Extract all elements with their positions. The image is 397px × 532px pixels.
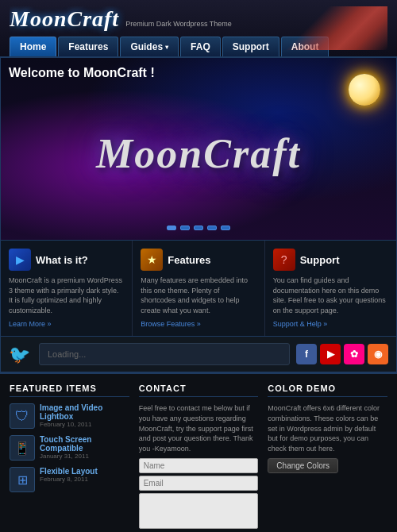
- facebook-icon[interactable]: f: [296, 344, 317, 364]
- contact-email-input[interactable]: [139, 476, 259, 491]
- contact-name-input[interactable]: [139, 458, 259, 473]
- rss-icon[interactable]: ◉: [368, 344, 388, 364]
- feature-text-support: You can find guides and documentation he…: [273, 276, 388, 315]
- feature-box-whatisit: ▶ What is it? MoonCraft is a premium Wor…: [1, 241, 133, 336]
- bottom-section: Featured Items 🛡 Image and Video Lightbo…: [0, 372, 397, 532]
- slide-dot-5[interactable]: [221, 226, 230, 230]
- phone-icon: 📱: [14, 441, 30, 456]
- color-demo-text: MoonCraft offers 6x6 different color com…: [268, 403, 387, 453]
- feature-link-features[interactable]: Browse Features »: [141, 320, 201, 328]
- twitter-icon: 🐦: [9, 345, 33, 364]
- featured-item-2: ⊞ Flexible Layout February 8, 2011: [10, 467, 129, 492]
- logo-accent: [260, 6, 387, 50]
- shield-icon: 🛡: [15, 408, 29, 425]
- youtube-icon[interactable]: ▶: [320, 344, 341, 364]
- dropdown-arrow-icon: ▾: [165, 44, 168, 51]
- feature-box-support: ? Support You can find guides and docume…: [265, 241, 396, 336]
- nav-home[interactable]: Home: [10, 37, 56, 56]
- nav-faq[interactable]: FAQ: [180, 37, 221, 56]
- contact-title: Contact: [139, 384, 259, 397]
- featured-title-1[interactable]: Touch Screen Compatible: [40, 435, 129, 453]
- slide-dot-4[interactable]: [207, 226, 217, 230]
- nav-features[interactable]: Features: [58, 37, 118, 56]
- feature-title-support: Support: [300, 254, 340, 266]
- feature-boxes: ▶ What is it? MoonCraft is a premium Wor…: [0, 241, 397, 337]
- featured-title-2[interactable]: Flexible Layout: [40, 467, 98, 476]
- twitter-bar: 🐦 Loading... f ▶ ✿ ◉: [0, 337, 397, 372]
- nav-guides[interactable]: Guides ▾: [120, 37, 179, 56]
- featured-item-1: 📱 Touch Screen Compatible January 31, 20…: [10, 435, 129, 461]
- featured-item-0: 🛡 Image and Video Lightbox February 10, …: [10, 403, 129, 429]
- featured-thumb-2: ⊞: [10, 467, 35, 492]
- featured-date-0: February 10, 2011: [40, 421, 129, 428]
- color-demo-col: Color Demo MoonCraft offers 6x6 differen…: [268, 384, 387, 532]
- featured-items-title: Featured Items: [10, 384, 129, 397]
- feature-icon-whatisit: ▶: [9, 249, 31, 271]
- change-colors-button[interactable]: Change Colors: [268, 458, 338, 473]
- feature-text-whatisit: MoonCraft is a premium WordPress 3 theme…: [9, 276, 124, 315]
- feature-icon-support: ?: [273, 249, 295, 271]
- header: MoonCraft Premium Dark Wordpress Theme H…: [0, 0, 397, 58]
- color-demo-title: Color Demo: [268, 384, 387, 397]
- feature-title-features: Features: [168, 254, 210, 266]
- feature-box-features: ★ Features Many features are embedded in…: [133, 241, 264, 336]
- contact-col: Contact Feel free to contact me below bu…: [139, 384, 259, 532]
- social-icons: f ▶ ✿ ◉: [296, 344, 388, 364]
- slide-dot-2[interactable]: [180, 226, 190, 230]
- hero-title: Welcome to MoonCraft !: [9, 66, 388, 80]
- featured-date-1: January 31, 2011: [40, 453, 129, 460]
- hero-section: Welcome to MoonCraft ! MoonCraft: [0, 58, 397, 241]
- contact-message-textarea[interactable]: [139, 493, 259, 529]
- featured-title-0[interactable]: Image and Video Lightbox: [40, 403, 129, 421]
- twitter-feed: Loading...: [39, 343, 290, 365]
- feature-text-features: Many features are embedded into this one…: [141, 276, 256, 315]
- feature-title-whatisit: What is it?: [36, 254, 88, 266]
- featured-items-col: Featured Items 🛡 Image and Video Lightbo…: [10, 384, 129, 532]
- featured-thumb-0: 🛡: [10, 403, 35, 429]
- feature-link-whatisit[interactable]: Learn More »: [9, 320, 52, 328]
- flickr-icon[interactable]: ✿: [344, 344, 364, 364]
- featured-thumb-1: 📱: [10, 435, 35, 461]
- hero-logo-text: MoonCraft: [96, 130, 301, 177]
- layout-icon: ⊞: [17, 472, 28, 488]
- featured-date-2: February 8, 2011: [40, 476, 98, 483]
- contact-text: Feel free to contact me below but if you…: [139, 403, 259, 453]
- hero-slide-indicators: [167, 226, 230, 230]
- slide-dot-3[interactable]: [194, 226, 203, 230]
- site-tagline: Premium Dark Wordpress Theme: [125, 20, 232, 28]
- feature-link-support[interactable]: Support & Help »: [273, 320, 328, 328]
- site-logo[interactable]: MoonCraft: [10, 6, 119, 32]
- feature-icon-features: ★: [141, 249, 163, 271]
- slide-dot-1[interactable]: [167, 226, 176, 230]
